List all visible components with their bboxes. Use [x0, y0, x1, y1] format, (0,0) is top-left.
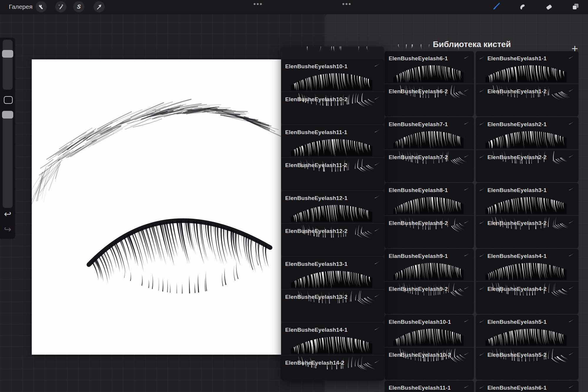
- brush-item[interactable]: ElenBusheEyelash10-2: [281, 92, 384, 124]
- brush-item[interactable]: ElenBusheEyelash7-1: [385, 117, 474, 150]
- brush-stroke-swoosh-icon: [479, 154, 486, 158]
- brush-item[interactable]: ElenBusheEyelash2-2: [476, 150, 579, 182]
- brush-item[interactable]: ElenBusheEyelash5-2: [476, 348, 579, 380]
- brush-name-label: ElenBusheEyelash3-2: [487, 220, 547, 226]
- floating-brush-panel: ElenBusheEyelash10-1ElenBusheEyelash10-2…: [281, 46, 384, 381]
- brush-stroke-swoosh-icon: [464, 384, 470, 388]
- top-toolbar: Галерея S ••• •••: [0, 0, 588, 14]
- brush-name-label: ElenBusheEyelash4-1: [487, 253, 547, 259]
- adjustments-button[interactable]: [55, 1, 66, 12]
- brush-stroke-swoosh-icon: [569, 384, 575, 388]
- brush-item[interactable]: ElenBusheEyelash1-2: [476, 84, 579, 116]
- brush-name-label: ElenBuheEyelash14-2: [285, 360, 344, 366]
- brush-item[interactable]: ElenBusheEyelash8-2: [385, 216, 474, 248]
- layers-button[interactable]: [570, 1, 581, 12]
- eraser-button[interactable]: [544, 1, 554, 12]
- brush-stroke-swoosh-icon: [569, 55, 575, 59]
- brush-item[interactable]: ElenBusheEyelash13-1: [281, 257, 384, 289]
- gallery-button[interactable]: Галерея: [9, 3, 33, 10]
- brush-stroke-swoosh-icon: [569, 88, 575, 92]
- brush-stroke-swoosh-icon: [464, 318, 470, 322]
- brush-item[interactable]: ElenBusheEyelash2-1: [476, 117, 579, 150]
- brush-stroke-swoosh-icon: [479, 121, 486, 125]
- brush-name-label: ElenBusheEyelash13-2: [285, 294, 348, 300]
- eyebrow-eyelash-artwork: [32, 59, 283, 355]
- brush-name-label: ElenBusheEyelash10-1: [285, 63, 348, 70]
- brush-item[interactable]: ElenBusheEyelash11-1: [281, 125, 384, 158]
- brush-item[interactable]: ElenBusheEyelash10-2: [385, 348, 474, 380]
- brush-name-label: ElenBusheEyelash11-1: [285, 129, 347, 136]
- brush-name-label: ElenBusheEyelash5-2: [487, 352, 547, 358]
- transform-button[interactable]: [93, 1, 105, 12]
- brush-item[interactable]: ElenBusheEyelash12-1: [281, 191, 384, 223]
- drawing-canvas[interactable]: [32, 59, 283, 355]
- smudge-button[interactable]: [517, 1, 528, 12]
- actions-button[interactable]: [36, 1, 47, 12]
- brush-name-label: ElenBusheEyelash1-1: [487, 55, 547, 62]
- clipped-brush-preview-tips: [387, 44, 504, 51]
- wrench-icon: [38, 4, 44, 10]
- panel-drag-handle[interactable]: •••: [253, 0, 263, 8]
- brush-item[interactable]: ElenBusheEyelash6-1: [385, 51, 474, 84]
- undo-icon[interactable]: ↩: [0, 210, 15, 218]
- brush-item[interactable]: ElenBusheEyelash10-1: [385, 315, 474, 347]
- brush-item[interactable]: ElenBusheEyelash4-1: [476, 249, 579, 281]
- selection-button[interactable]: S: [73, 1, 84, 12]
- brush-item[interactable]: ElenBusheEyelash5-1: [476, 315, 579, 347]
- brush-stroke-swoosh-icon: [464, 351, 470, 355]
- brush-item[interactable]: ElenBusheEyelash11-1: [385, 381, 474, 392]
- brush-stroke-swoosh-icon: [479, 253, 486, 257]
- brush-item[interactable]: ElenBusheEyelash13-2: [281, 290, 384, 322]
- redo-icon[interactable]: ↪: [0, 225, 15, 234]
- brush-stroke-swoosh-icon: [479, 187, 486, 191]
- brush-stroke-swoosh-icon: [569, 285, 575, 289]
- brush-item[interactable]: ElenBusheEyelash10-1: [281, 59, 384, 92]
- brush-item[interactable]: ElenBusheEyelash3-2: [476, 216, 579, 248]
- brush-stroke-swoosh-icon: [569, 252, 575, 256]
- brush-item[interactable]: ElenBusheEyelash8-1: [385, 183, 474, 216]
- brush-name-label: ElenBusheEyelash7-2: [389, 154, 448, 161]
- brush-name-label: ElenBusheEyelash11-2: [285, 162, 347, 169]
- brush-item[interactable]: ElenBusheEyelash1-1: [476, 51, 579, 84]
- brush-name-label: ElenBusheEyelash1-2: [487, 88, 547, 95]
- brush-stroke-swoosh-icon: [374, 63, 381, 67]
- brush-item[interactable]: ElenBusheEyelash6-1: [476, 381, 579, 392]
- brush-size-slider[interactable]: [3, 40, 13, 90]
- panel-drag-handle[interactable]: •••: [342, 0, 352, 8]
- paint-brush-button[interactable]: [491, 1, 501, 12]
- opacity-handle[interactable]: [2, 111, 13, 119]
- brush-stroke-swoosh-icon: [374, 96, 381, 100]
- brush-item[interactable]: ElenBusheEyelash14-1: [281, 323, 384, 355]
- brush-item[interactable]: ElenBusheEyelash12-2: [281, 224, 384, 256]
- brush-name-label: ElanBusheEyelash9-1: [389, 253, 448, 259]
- brush-name-label: ElenBusheEyelash14-1: [285, 327, 348, 333]
- brush-name-label: ElenBusheEyelash8-2: [389, 220, 448, 226]
- brush-stroke-swoosh-icon: [569, 186, 575, 191]
- brush-stroke-swoosh-icon: [479, 88, 486, 92]
- brush-name-label: ElenBusheEyelash2-2: [487, 154, 547, 161]
- brush-size-handle[interactable]: [2, 50, 13, 58]
- modify-button[interactable]: [4, 96, 13, 104]
- brush-stroke-swoosh-icon: [464, 186, 470, 191]
- opacity-slider[interactable]: [3, 111, 13, 208]
- brush-item[interactable]: ElenBusheEyelash3-1: [476, 183, 579, 216]
- brush-stroke-swoosh-icon: [464, 219, 470, 223]
- brush-stroke-swoosh-icon: [479, 55, 486, 59]
- brush-item[interactable]: ElanBusheEyelash9-1: [385, 249, 474, 281]
- brush-name-label: ElenBusheEyelash10-2: [285, 96, 348, 103]
- brush-item[interactable]: ElenBuheEyelash14-2: [281, 356, 384, 381]
- brush-item[interactable]: ElenBusheEyelash11-2: [281, 158, 384, 190]
- brush-item[interactable]: ElenBusheEyelash7-2: [385, 150, 474, 182]
- brush-name-label: ElenBusheEyelash10-2: [389, 352, 451, 358]
- brush-stroke-swoosh-icon: [374, 326, 381, 330]
- brush-item[interactable]: ElenBusheEyelash4-2: [476, 282, 579, 314]
- brush-name-label: ElenBusheEyelash6-1: [487, 385, 547, 391]
- brush-stroke-swoosh-icon: [374, 227, 381, 231]
- brush-stroke-swoosh-icon: [374, 194, 381, 198]
- brush-item[interactable]: ElenBusheEyelash9-2: [385, 282, 474, 314]
- brush-stroke-swoosh-icon: [479, 385, 486, 389]
- brush-stroke-swoosh-icon: [374, 161, 381, 166]
- brush-name-label: ElenBusheEyelash4-2: [487, 286, 547, 292]
- brush-item[interactable]: ElenBusheEyelash6-2: [385, 84, 474, 116]
- brush-stroke-swoosh-icon: [569, 219, 575, 223]
